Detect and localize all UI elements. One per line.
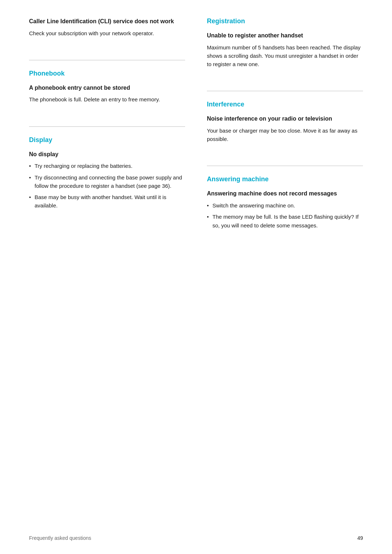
footer: Frequently asked questions 49 <box>29 535 363 541</box>
section-answering: Answering machine Answering machine does… <box>207 175 363 237</box>
section-cli: Caller Line Identification (CLI) service… <box>29 17 185 45</box>
phonebook-entry-text: The phonebook is full. Delete an entry t… <box>29 95 185 104</box>
list-item-text: Try disconnecting and connecting the bas… <box>34 173 185 190</box>
no-record-title: Answering machine does not record messag… <box>207 190 363 198</box>
divider-display <box>29 126 185 127</box>
interference-title: Interference <box>207 101 363 108</box>
list-item: The memory may be full. Is the base LED … <box>207 213 363 230</box>
list-item: Try recharging or replacing the batterie… <box>29 162 185 170</box>
left-column: Caller Line Identification (CLI) service… <box>29 17 185 525</box>
subsection-phonebook-entry: A phonebook entry cannot be stored The p… <box>29 84 185 104</box>
display-title: Display <box>29 136 185 144</box>
divider-interference <box>207 91 363 91</box>
divider-answering <box>207 166 363 166</box>
subsection-no-display: No display Try recharging or replacing t… <box>29 150 185 210</box>
phonebook-title: Phonebook <box>29 70 185 77</box>
registration-title: Registration <box>207 17 363 25</box>
subsection-no-record: Answering machine does not record messag… <box>207 190 363 229</box>
cli-text: Check your subscription with your networ… <box>29 29 185 37</box>
no-display-title: No display <box>29 150 185 158</box>
page-container: Caller Line Identification (CLI) service… <box>0 0 392 554</box>
subsection-noise: Noise interference on your radio or tele… <box>207 115 363 143</box>
section-display: Display No display Try recharging or rep… <box>29 136 185 218</box>
no-record-list: Switch the answering machine on. The mem… <box>207 201 363 230</box>
right-column: Registration Unable to register another … <box>207 17 363 525</box>
list-item-text: The memory may be full. Is the base LED … <box>212 213 363 230</box>
footer-page-number: 49 <box>357 535 363 541</box>
list-item: Try disconnecting and connecting the bas… <box>29 173 185 190</box>
answering-title: Answering machine <box>207 175 363 183</box>
list-item: Base may be busy with another handset. W… <box>29 193 185 210</box>
divider-phonebook <box>29 60 185 60</box>
list-item-text: Switch the answering machine on. <box>212 201 295 210</box>
unable-register-text: Maximum number of 5 handsets has been re… <box>207 43 363 69</box>
subsection-cli: Caller Line Identification (CLI) service… <box>29 17 185 37</box>
phonebook-entry-title: A phonebook entry cannot be stored <box>29 84 185 92</box>
list-item-text: Base may be busy with another handset. W… <box>34 193 185 210</box>
list-item-text: Try recharging or replacing the batterie… <box>34 162 132 170</box>
noise-text: Your base or charger may be too close. M… <box>207 126 363 143</box>
section-registration: Registration Unable to register another … <box>207 17 363 76</box>
unable-register-title: Unable to register another handset <box>207 32 363 40</box>
footer-label: Frequently asked questions <box>29 535 91 541</box>
subsection-unable-register: Unable to register another handset Maxim… <box>207 32 363 68</box>
section-phonebook: Phonebook A phonebook entry cannot be st… <box>29 70 185 112</box>
cli-title: Caller Line Identification (CLI) service… <box>29 17 185 25</box>
no-display-list: Try recharging or replacing the batterie… <box>29 162 185 210</box>
section-interference: Interference Noise interference on your … <box>207 101 363 151</box>
list-item: Switch the answering machine on. <box>207 201 363 210</box>
noise-title: Noise interference on your radio or tele… <box>207 115 363 123</box>
